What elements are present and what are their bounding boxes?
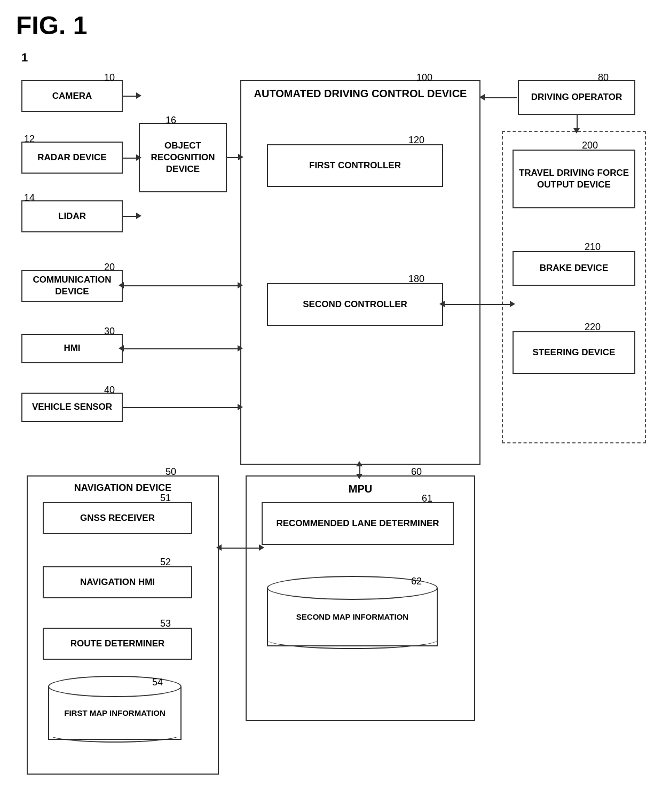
arrowhead-hmi-auto-l [119,345,124,352]
driving-operator-ref: 80 [598,72,609,83]
gnss-box: GNSS RECEIVER [43,502,192,534]
arrowhead-drv-down [573,128,580,134]
second-map-cylinder-bottom [267,630,438,649]
arrow-radar-obj [123,158,138,159]
hmi-ref: 30 [104,326,115,337]
route-determiner-ref: 53 [160,618,171,629]
navigation-device-ref: 50 [165,466,176,478]
gnss-ref: 51 [160,493,171,504]
first-map-ref: 54 [152,677,163,688]
second-map-ref: 62 [411,576,422,587]
nav-hmi-box: NAVIGATION HMI [43,566,192,598]
camera-ref: 10 [104,72,115,83]
arrow-comm-auto [123,285,239,286]
second-controller-box: SECOND CONTROLLER [267,283,443,326]
auto-driving-box: AUTOMATED DRIVING CONTROL DEVICE [240,80,480,465]
arrowhead-hmi-auto-r [238,345,243,352]
arrow-nav-mpu [220,548,261,549]
travel-force-ref: 200 [582,140,598,151]
system-number: 1 [21,51,28,65]
driving-operator-box: DRIVING OPERATOR [518,80,635,115]
arrowhead-ctrl2-out-l [439,301,445,307]
arrow-hmi-auto [123,348,239,349]
arrowhead-comm-auto-l [119,282,124,288]
radar-ref: 12 [24,134,35,145]
arrowhead-radar-obj [136,154,141,161]
arrow-drv-down [577,115,578,130]
brake-box: BRAKE DEVICE [513,251,635,286]
arrowhead-obj-auto [238,154,243,160]
radar-box: RADAR DEVICE [21,142,123,174]
hmi-box: HMI [21,334,123,363]
arrowhead-comm-auto-r [238,282,243,288]
route-determiner-box: ROUTE DETERMINER [43,628,192,660]
arrowhead-ctrl2-out-r [510,301,515,307]
vehicle-sensor-ref: 40 [104,385,115,396]
lidar-box: LIDAR [21,200,123,232]
steering-ref: 220 [585,322,601,333]
arrowhead-auto-mpu-d [356,474,362,479]
communication-ref: 20 [104,262,115,273]
vehicle-sensor-box: VEHICLE SENSOR [21,393,123,422]
arrowhead-lidar-obj [136,213,141,219]
auto-driving-ref: 100 [416,72,432,83]
camera-box: CAMERA [21,80,123,112]
page-title: FIG. 1 [0,0,662,45]
object-recognition-ref: 16 [165,115,176,126]
arrow-lidar-obj [123,216,138,217]
brake-ref: 210 [585,241,601,253]
arrow-camera-obj [123,96,138,97]
lidar-ref: 14 [24,192,35,204]
lane-determiner-box: RECOMMENDED LANE DETERMINER [262,502,454,545]
steering-box: STEERING DEVICE [513,331,635,374]
object-recognition-box: OBJECT RECOGNITION DEVICE [139,123,227,192]
second-controller-ref: 180 [408,274,424,285]
arrow-ctrl2-out [443,304,511,305]
nav-hmi-ref: 52 [160,557,171,568]
arrowhead-camera-obj [136,92,141,99]
mpu-ref: 60 [411,466,422,478]
communication-box: COMMUNICATION DEVICE [21,270,123,302]
arrowhead-drv-auto [479,94,485,100]
first-controller-ref: 120 [408,135,424,146]
lane-determiner-ref: 61 [422,493,432,504]
arrowhead-vs-auto [238,404,243,410]
arrow-vs-auto [123,407,239,408]
arrow-drv-auto [482,97,517,98]
arrowhead-auto-mpu-u [356,461,362,466]
first-controller-box: FIRST CONTROLLER [267,144,443,187]
arrowhead-nav-mpu-l [216,544,222,551]
first-map-cylinder-bottom [48,727,182,743]
travel-force-box: TRAVEL DRIVING FORCE OUTPUT DEVICE [513,150,635,208]
arrowhead-nav-mpu-r [259,544,264,551]
